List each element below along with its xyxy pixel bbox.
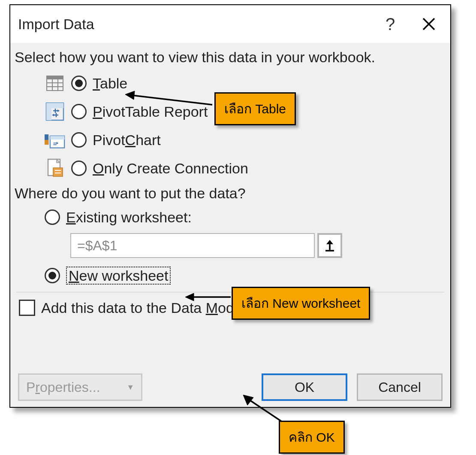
radio-pivottable[interactable]	[71, 104, 87, 119]
option-new-worksheet[interactable]: New worksheet	[15, 264, 446, 288]
existing-worksheet-label: Existing worksheet:	[66, 209, 192, 226]
cancel-button[interactable]: Cancel	[357, 373, 443, 401]
cell-ref-row	[15, 232, 446, 259]
svg-marker-24	[326, 240, 333, 244]
svg-marker-29	[185, 293, 194, 301]
arrow-to-new-worksheet	[184, 292, 232, 302]
view-section-label: Select how you want to view this data in…	[15, 49, 446, 66]
svg-marker-12	[52, 114, 54, 116]
option-table-label: Table	[93, 75, 127, 92]
option-pivotchart-label: PivotChart	[93, 132, 161, 149]
pivottable-icon	[45, 101, 65, 122]
pivotchart-icon	[45, 130, 65, 150]
svg-marker-11	[57, 109, 60, 112]
close-icon	[422, 17, 436, 31]
import-data-dialog: Import Data ? Select how you want to vie…	[9, 4, 451, 408]
help-button[interactable]: ?	[373, 15, 407, 34]
close-button[interactable]	[407, 17, 450, 31]
svg-marker-31	[243, 395, 253, 405]
option-existing-worksheet[interactable]: Existing worksheet:	[15, 205, 446, 229]
svg-rect-3	[47, 76, 63, 79]
chevron-down-icon: ▼	[127, 383, 134, 392]
place-section-label: Where do you want to put the data?	[15, 185, 446, 202]
properties-button: Properties... ▼	[18, 373, 142, 401]
svg-rect-16	[50, 136, 64, 140]
callout-new-worksheet: เลือก New worksheet	[232, 287, 370, 320]
new-worksheet-label: New worksheet	[66, 267, 171, 284]
radio-new-worksheet[interactable]	[45, 268, 60, 283]
option-only-connection[interactable]: Only Create Connection	[15, 154, 446, 182]
svg-rect-10	[46, 103, 51, 120]
table-icon	[45, 73, 65, 94]
collapse-dialog-button[interactable]	[317, 233, 342, 258]
svg-line-26	[132, 95, 212, 105]
radio-existing-worksheet[interactable]	[45, 209, 60, 225]
collapse-arrow-icon	[323, 239, 336, 252]
radio-only-connection[interactable]	[71, 161, 87, 176]
radio-table[interactable]	[71, 76, 87, 91]
option-only-connection-label: Only Create Connection	[93, 160, 248, 177]
properties-label: Properties...	[26, 379, 100, 395]
callout-ok: คลิก OK	[279, 421, 345, 454]
dialog-title: Import Data	[10, 16, 373, 33]
svg-marker-27	[125, 91, 135, 100]
radio-pivotchart[interactable]	[71, 132, 87, 148]
arrow-to-ok	[242, 394, 285, 424]
connection-icon	[45, 158, 65, 179]
button-row: Properties... ▼ OK Cancel	[10, 373, 450, 401]
svg-rect-20	[53, 168, 63, 176]
option-pivotchart[interactable]: PivotChart	[15, 126, 446, 154]
cell-ref-input[interactable]	[70, 233, 315, 258]
svg-line-30	[248, 399, 282, 422]
callout-table: เลือก Table	[214, 92, 296, 125]
arrow-to-table	[124, 90, 214, 112]
svg-rect-14	[45, 140, 48, 145]
titlebar: Import Data ?	[10, 5, 450, 43]
checkbox-data-model[interactable]	[19, 300, 35, 316]
